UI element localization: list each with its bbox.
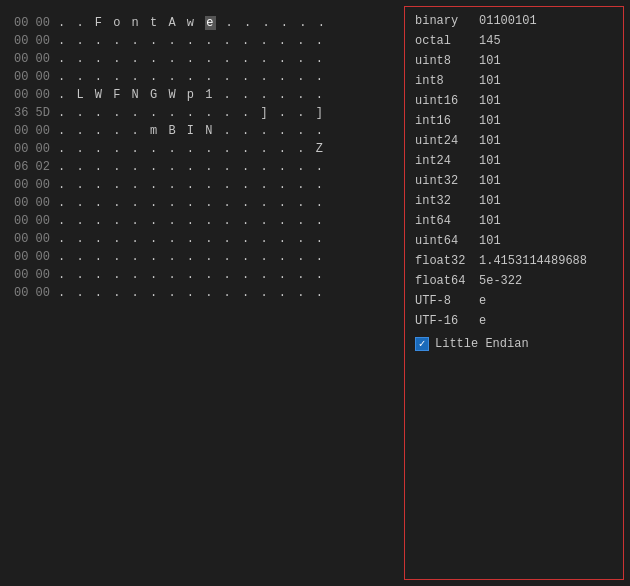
row-decoded: . . . . . . . . . . . . . . . xyxy=(58,178,325,192)
row-decoded: . . . . . . . . . . . . . . . xyxy=(58,268,325,282)
hex-row: 00 00. . . . . . . . . . . . . . . xyxy=(4,176,400,194)
row-decoded: . . . . . . . . . . . . . . . xyxy=(58,52,325,66)
row-addr: 06 02 xyxy=(8,160,50,174)
row-decoded: . . . . . . . . . . . . . . . xyxy=(58,250,325,264)
info-row: UTF-8e xyxy=(405,291,623,311)
row-addr: 00 00 xyxy=(8,70,50,84)
checkbox-check-icon: ✓ xyxy=(419,339,426,350)
row-decoded: . . . . . . . . . . . . . . . xyxy=(58,70,325,84)
row-decoded: . . . . . . . . . . . . . . . xyxy=(58,232,325,246)
info-type-value: 1.4153114489688 xyxy=(479,254,587,268)
info-type-label: int16 xyxy=(415,114,479,128)
row-decoded: . . . . . . . . . . . . . . . xyxy=(58,34,325,48)
little-endian-row[interactable]: ✓Little Endian xyxy=(405,333,623,355)
row-addr: 00 00 xyxy=(8,196,50,210)
row-decoded: . . . . . . . . . . . . . . . xyxy=(58,286,325,300)
row-addr: 00 00 xyxy=(8,16,50,30)
hex-row: 36 5D. . . . . . . . . . . ] . . ] xyxy=(4,104,400,122)
info-type-value: e xyxy=(479,314,486,328)
row-decoded: . . . . . . . . . . . ] . . ] xyxy=(58,106,325,120)
row-decoded: . . . . . m B I N . . . . . . xyxy=(58,124,325,138)
info-type-value: e xyxy=(479,294,486,308)
hex-row: 00 00. L W F N G W p 1 . . . . . . xyxy=(4,86,400,104)
hex-row: 00 00. . . . . . . . . . . . . . . xyxy=(4,68,400,86)
info-row: float321.4153114489688 xyxy=(405,251,623,271)
hex-rows: 00 00. . F o n t A w e . . . . . .00 00.… xyxy=(0,14,404,302)
info-type-label: UTF-8 xyxy=(415,294,479,308)
row-addr: 00 00 xyxy=(8,124,50,138)
info-type-label: int8 xyxy=(415,74,479,88)
row-addr: 00 00 xyxy=(8,286,50,300)
info-type-label: int24 xyxy=(415,154,479,168)
little-endian-checkbox[interactable]: ✓ xyxy=(415,337,429,351)
row-addr: 36 5D xyxy=(8,106,50,120)
row-decoded: . . . . . . . . . . . . . . Z xyxy=(58,142,325,156)
info-type-label: int64 xyxy=(415,214,479,228)
hex-row: 00 00. . . . . . . . . . . . . . . xyxy=(4,212,400,230)
row-decoded: . . . . . . . . . . . . . . . xyxy=(58,196,325,210)
info-row: uint32101 xyxy=(405,171,623,191)
highlighted-char: e xyxy=(205,16,216,30)
row-decoded: . . . . . . . . . . . . . . . xyxy=(58,214,325,228)
info-type-value: 101 xyxy=(479,54,501,68)
row-addr: 00 00 xyxy=(8,142,50,156)
info-row: binary01100101 xyxy=(405,11,623,31)
info-row: octal145 xyxy=(405,31,623,51)
info-panel: binary01100101octal145uint8101int8101uin… xyxy=(404,6,624,580)
info-row: int32101 xyxy=(405,191,623,211)
info-type-label: binary xyxy=(415,14,479,28)
info-type-label: octal xyxy=(415,34,479,48)
row-decoded: . . F o n t A w e . . . . . . xyxy=(58,16,327,30)
info-type-value: 101 xyxy=(479,154,501,168)
info-row: int16101 xyxy=(405,111,623,131)
row-addr: 00 00 xyxy=(8,34,50,48)
info-type-value: 101 xyxy=(479,214,501,228)
info-type-label: int32 xyxy=(415,194,479,208)
hex-row: 00 00. . . . . . . . . . . . . . . xyxy=(4,50,400,68)
info-row: UTF-16e xyxy=(405,311,623,331)
info-row: int24101 xyxy=(405,151,623,171)
hex-row: 00 00. . F o n t A w e . . . . . . xyxy=(4,14,400,32)
info-row: int64101 xyxy=(405,211,623,231)
info-type-value: 145 xyxy=(479,34,501,48)
header-row xyxy=(0,4,404,14)
info-type-label: uint8 xyxy=(415,54,479,68)
info-row: int8101 xyxy=(405,71,623,91)
info-type-label: uint32 xyxy=(415,174,479,188)
info-type-value: 101 xyxy=(479,94,501,108)
row-addr: 00 00 xyxy=(8,214,50,228)
row-addr: 00 00 xyxy=(8,52,50,66)
hex-row: 06 02. . . . . . . . . . . . . . . xyxy=(4,158,400,176)
main-container: 00 00. . F o n t A w e . . . . . .00 00.… xyxy=(0,0,630,586)
info-row: float645e-322 xyxy=(405,271,623,291)
hex-row: 00 00. . . . . . . . . . . . . . . xyxy=(4,32,400,50)
hex-row: 00 00. . . . . . . . . . . . . . . xyxy=(4,266,400,284)
hex-row: 00 00. . . . . . . . . . . . . . . xyxy=(4,284,400,302)
info-row: uint24101 xyxy=(405,131,623,151)
info-type-value: 101 xyxy=(479,174,501,188)
row-addr: 00 00 xyxy=(8,178,50,192)
row-addr: 00 00 xyxy=(8,232,50,246)
info-type-value: 101 xyxy=(479,234,501,248)
info-type-value: 101 xyxy=(479,194,501,208)
hex-row: 00 00. . . . . m B I N . . . . . . xyxy=(4,122,400,140)
hex-row: 00 00. . . . . . . . . . . . . . Z xyxy=(4,140,400,158)
info-type-value: 101 xyxy=(479,114,501,128)
info-type-label: uint64 xyxy=(415,234,479,248)
info-row: uint64101 xyxy=(405,231,623,251)
row-decoded: . . . . . . . . . . . . . . . xyxy=(58,160,325,174)
info-type-label: uint16 xyxy=(415,94,479,108)
row-decoded: . L W F N G W p 1 . . . . . . xyxy=(58,88,325,102)
little-endian-label: Little Endian xyxy=(435,337,529,351)
row-addr: 00 00 xyxy=(8,268,50,282)
hex-panel: 00 00. . F o n t A w e . . . . . .00 00.… xyxy=(0,0,404,586)
info-type-value: 101 xyxy=(479,74,501,88)
info-row: uint16101 xyxy=(405,91,623,111)
info-type-label: float32 xyxy=(415,254,479,268)
info-type-label: uint24 xyxy=(415,134,479,148)
info-type-value: 101 xyxy=(479,134,501,148)
info-type-label: float64 xyxy=(415,274,479,288)
info-row: uint8101 xyxy=(405,51,623,71)
info-type-label: UTF-16 xyxy=(415,314,479,328)
hex-row: 00 00. . . . . . . . . . . . . . . xyxy=(4,230,400,248)
